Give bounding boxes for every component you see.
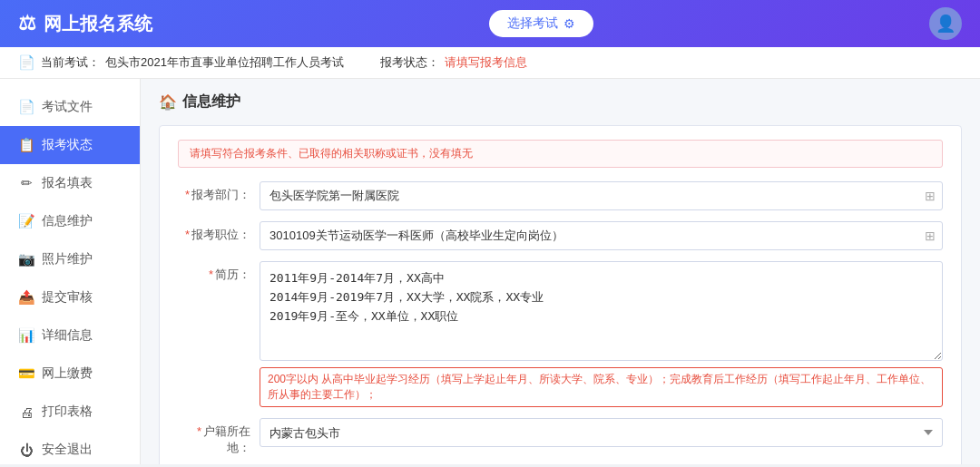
household-region-row: *户籍所在地： 内蒙古包头市 <box>178 418 943 456</box>
page-title: 🏠 信息维护 <box>159 92 962 112</box>
select-exam-button[interactable]: 选择考试 ⚙ <box>489 10 593 37</box>
submit-review-icon: 📤 <box>18 289 34 306</box>
department-field: ⊞ <box>260 181 943 210</box>
sidebar-item-label: 照片维护 <box>42 251 93 268</box>
print-form-icon: 🖨 <box>18 404 34 420</box>
user-avatar[interactable]: 👤 <box>929 7 962 40</box>
sidebar-item-safe-exit[interactable]: ⏻ 安全退出 <box>0 431 140 464</box>
sidebar-item-print-form[interactable]: 🖨 打印表格 <box>0 393 140 431</box>
layout: 📄 考试文件 📋 报考状态 ✏ 报名填表 📝 信息维护 📷 照片维护 📤 提交审… <box>0 79 980 464</box>
select-exam-label: 选择考试 <box>507 15 558 32</box>
exam-form-icon: ✏ <box>18 175 34 191</box>
resume-label: *简历： <box>178 261 260 283</box>
sidebar-item-submit-review[interactable]: 📤 提交审核 <box>0 278 140 316</box>
department-label: *报考部门： <box>178 181 260 203</box>
exam-docs-icon: 📄 <box>18 99 34 115</box>
info-bar: 📄 当前考试： 包头市2021年市直事业单位招聘工作人员考试 报考状态： 请填写… <box>0 47 980 79</box>
user-icon: 👤 <box>936 14 956 34</box>
sidebar-item-exam-form[interactable]: ✏ 报名填表 <box>0 164 140 202</box>
department-input-wrapper: ⊞ <box>260 181 943 210</box>
position-input-wrapper: ⊞ <box>260 221 943 250</box>
sidebar-item-label: 提交审核 <box>42 289 93 306</box>
sidebar-item-label: 报考状态 <box>42 137 93 153</box>
sidebar-item-label: 信息维护 <box>42 213 93 229</box>
current-exam-value: 包头市2021年市直事业单位招聘工作人员考试 <box>105 54 344 71</box>
position-label: *报考职位： <box>178 221 260 243</box>
safe-exit-icon: ⏻ <box>18 443 34 458</box>
position-row: *报考职位： ⊞ <box>178 221 943 250</box>
resume-row: *简历： 2011年9月-2014年7月，XX高中 2014年9月-2019年7… <box>178 261 943 407</box>
logo-title: 网上报名系统 <box>44 12 152 36</box>
exam-status-icon: 📋 <box>18 137 34 153</box>
sidebar-item-detail-info[interactable]: 📊 详细信息 <box>0 316 140 355</box>
resume-field: 2011年9月-2014年7月，XX高中 2014年9月-2019年7月，XX大… <box>260 261 943 407</box>
position-input[interactable] <box>260 221 943 250</box>
position-grid-icon: ⊞ <box>925 229 936 243</box>
main-content: 🏠 信息维护 请填写符合报考条件、已取得的相关职称或证书，没有填无 *报考部门：… <box>141 79 980 464</box>
sidebar-item-label: 打印表格 <box>42 404 93 420</box>
alert-bar: 请填写符合报考条件、已取得的相关职称或证书，没有填无 <box>178 140 943 168</box>
current-exam-label: 当前考试： <box>41 54 100 71</box>
current-exam-info: 📄 当前考试： 包头市2021年市直事业单位招聘工作人员考试 <box>18 54 344 71</box>
status-label: 报考状态： <box>380 54 439 71</box>
exam-icon: 📄 <box>18 54 35 71</box>
logo: ⚖ 网上报名系统 <box>18 12 152 36</box>
alert-text: 请填写符合报考条件、已取得的相关职称或证书，没有填无 <box>190 147 473 160</box>
resume-hint: 200字以内 从高中毕业起学习经历（填写上学起止年月、所读大学、院系、专业）；完… <box>260 367 943 407</box>
home-icon: 🏠 <box>159 93 177 111</box>
logo-icon: ⚖ <box>18 12 36 35</box>
exam-status-info: 报考状态： 请填写报考信息 <box>380 54 527 71</box>
status-value: 请填写报考信息 <box>445 54 527 71</box>
sidebar-item-label: 安全退出 <box>42 442 93 458</box>
household-region-field: 内蒙古包头市 <box>260 418 943 447</box>
sidebar-item-label: 网上缴费 <box>42 365 93 382</box>
sidebar-item-photo-maintain[interactable]: 📷 照片维护 <box>0 240 140 278</box>
sidebar-item-info-maintain[interactable]: 📝 信息维护 <box>0 202 140 240</box>
sidebar-item-exam-status[interactable]: 📋 报考状态 <box>0 126 140 164</box>
sidebar: 📄 考试文件 📋 报考状态 ✏ 报名填表 📝 信息维护 📷 照片维护 📤 提交审… <box>0 79 141 464</box>
sidebar-item-label: 考试文件 <box>42 99 93 115</box>
header-center: 选择考试 ⚙ <box>489 10 593 37</box>
sidebar-item-exam-docs[interactable]: 📄 考试文件 <box>0 88 140 126</box>
page-title-text: 信息维护 <box>182 92 240 112</box>
household-region-label: *户籍所在地： <box>178 418 260 456</box>
resume-textarea[interactable]: 2011年9月-2014年7月，XX高中 2014年9月-2019年7月，XX大… <box>260 261 943 361</box>
form-container: 请填写符合报考条件、已取得的相关职称或证书，没有填无 *报考部门： ⊞ *报考职… <box>159 125 962 464</box>
info-maintain-icon: 📝 <box>18 213 34 229</box>
detail-info-icon: 📊 <box>18 327 34 344</box>
position-field: ⊞ <box>260 221 943 250</box>
sidebar-item-label: 报名填表 <box>42 175 93 191</box>
header: ⚖ 网上报名系统 选择考试 ⚙ 👤 <box>0 0 980 47</box>
select-exam-icon: ⚙ <box>564 16 575 31</box>
online-payment-icon: 💳 <box>18 365 34 382</box>
department-grid-icon: ⊞ <box>925 189 936 203</box>
department-row: *报考部门： ⊞ <box>178 181 943 210</box>
department-input[interactable] <box>260 181 943 210</box>
household-region-select[interactable]: 内蒙古包头市 <box>260 418 943 447</box>
sidebar-item-online-payment[interactable]: 💳 网上缴费 <box>0 355 140 393</box>
sidebar-item-label: 详细信息 <box>42 327 93 344</box>
photo-maintain-icon: 📷 <box>18 251 34 268</box>
